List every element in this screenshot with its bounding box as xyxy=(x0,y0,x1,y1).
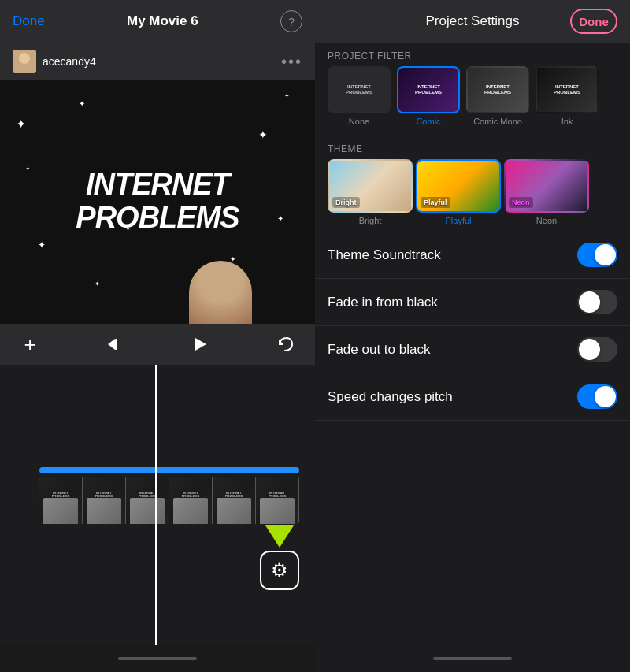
audio-track xyxy=(39,467,299,473)
user-info: acecandy4 xyxy=(13,50,96,73)
video-content: ✦ ✦ ✦ ✦ ✦ ✦ ✦ ✦ ✦ ✦ INTERNET PROBLEMS xyxy=(0,80,315,324)
person-silhouette xyxy=(189,261,252,324)
right-done-button[interactable]: Done xyxy=(570,9,617,34)
filmstrip-frame: INTERNETPROBLEMS xyxy=(83,477,126,524)
home-indicator xyxy=(118,657,197,660)
right-title: Project Settings xyxy=(425,13,519,29)
theme-item-playful[interactable]: Playful Playful xyxy=(416,159,501,232)
toggle-knob xyxy=(595,244,616,265)
settings-list: Theme Soundtrack Fade in from black Fade… xyxy=(315,232,630,645)
home-indicator xyxy=(433,657,512,660)
svg-point-1 xyxy=(19,53,30,64)
fade-out-toggle[interactable] xyxy=(577,337,617,362)
filter-label-comic-mono: Comic Mono xyxy=(473,117,522,126)
filter-thumb-comic-mono: INTERNETPROBLEMS xyxy=(466,66,529,113)
theme-item-neon[interactable]: Neon Neon xyxy=(504,159,589,232)
theme-thumb-playful: Playful xyxy=(416,159,501,213)
rewind-button[interactable] xyxy=(101,330,129,358)
timeline-area[interactable]: INTERNETPROBLEMS INTERNETPROBLEMS INTERN… xyxy=(0,365,315,645)
left-panel: Done My Movie 6 ? acecandy4 ••• ✦ ✦ xyxy=(0,0,315,672)
toggle-knob xyxy=(595,386,616,407)
filmstrip-frame: INTERNETPROBLEMS xyxy=(39,477,83,524)
theme-label: THEME xyxy=(315,136,630,159)
theme-preview-bright: Bright xyxy=(329,161,411,211)
settings-arrow: ⚙ xyxy=(260,525,299,590)
filter-scroll[interactable]: INTERNETPROBLEMS None INTERNETPROBLEMS C… xyxy=(315,66,630,136)
fade-out-label: Fade out to black xyxy=(328,342,430,358)
filter-label-comic: Comic xyxy=(416,117,440,126)
toggle-knob xyxy=(579,339,600,360)
left-done-button[interactable]: Done xyxy=(13,13,45,29)
help-icon: ? xyxy=(288,15,295,28)
theme-soundtrack-toggle[interactable] xyxy=(577,243,617,267)
project-filter-label: PROJECT FILTER xyxy=(315,43,630,66)
filter-thumb-none: INTERNETPROBLEMS xyxy=(328,66,391,113)
video-text-line1: INTERNET xyxy=(76,169,239,202)
undo-button[interactable] xyxy=(271,330,299,358)
theme-preview-playful: Playful xyxy=(417,161,499,211)
video-track: INTERNETPROBLEMS INTERNETPROBLEMS INTERN… xyxy=(39,477,299,524)
help-button[interactable]: ? xyxy=(280,10,302,32)
svg-marker-3 xyxy=(108,339,115,350)
settings-row-fade-in: Fade in from black xyxy=(315,279,630,326)
filter-thumb-comic: INTERNETPROBLEMS xyxy=(397,66,460,113)
theme-item-bright[interactable]: Bright Bright xyxy=(328,159,413,232)
settings-row-speed-pitch: Speed changes pitch xyxy=(315,373,630,421)
filter-item-none[interactable]: INTERNETPROBLEMS None xyxy=(328,66,391,126)
filmstrip-frame: INTERNETPROBLEMS xyxy=(126,477,169,524)
theme-soundtrack-label: Theme Soundtrack xyxy=(328,247,441,263)
filmstrip-frame: INTERNETPROBLEMS xyxy=(213,477,256,524)
right-bottom-bar xyxy=(315,645,630,672)
timeline-cursor xyxy=(155,365,157,645)
theme-preview-label-playful: Playful xyxy=(421,197,450,208)
filter-preview-comic-mono: INTERNETPROBLEMS xyxy=(468,68,528,112)
theme-preview-label-bright: Bright xyxy=(332,197,360,208)
theme-thumb-neon: Neon xyxy=(504,159,589,213)
theme-scroll[interactable]: Bright Bright Playful Playful Neon Neon xyxy=(315,159,630,232)
gear-icon: ⚙ xyxy=(271,559,288,581)
filter-item-comic[interactable]: INTERNETPROBLEMS Comic xyxy=(397,66,460,126)
filter-item-comic-mono[interactable]: INTERNETPROBLEMS Comic Mono xyxy=(466,66,529,126)
fade-in-toggle[interactable] xyxy=(577,290,617,314)
filmstrip-frame: INTERNETPROBLEMS xyxy=(256,477,299,524)
filter-label-ink: Ink xyxy=(561,117,573,126)
video-title-text: INTERNET PROBLEMS xyxy=(76,169,239,235)
filmstrip-frame: INTERNETPROBLEMS xyxy=(169,477,213,524)
left-title: My Movie 6 xyxy=(127,13,198,29)
add-clip-button[interactable]: + xyxy=(16,330,44,358)
avatar xyxy=(13,50,36,73)
filter-preview-comic: INTERNETPROBLEMS xyxy=(398,68,458,112)
filter-thumb-ink: INTERNETPROBLEMS xyxy=(536,66,598,113)
theme-label-neon: Neon xyxy=(536,216,557,232)
theme-label-playful: Playful xyxy=(445,216,471,232)
down-arrow-icon xyxy=(265,525,294,548)
theme-preview-label-neon: Neon xyxy=(509,197,533,208)
playback-controls: + xyxy=(0,324,315,365)
toggle-knob xyxy=(579,291,600,313)
left-header: Done My Movie 6 ? xyxy=(0,0,315,43)
filter-preview-ink: INTERNETPROBLEMS xyxy=(537,68,597,112)
filter-preview-none: INTERNETPROBLEMS xyxy=(329,68,389,112)
video-text-line2: PROBLEMS xyxy=(76,202,239,235)
video-preview: ✦ ✦ ✦ ✦ ✦ ✦ ✦ ✦ ✦ ✦ INTERNET PROBLEMS xyxy=(0,80,315,324)
filter-label-none: None xyxy=(349,117,369,126)
settings-row-theme-soundtrack: Theme Soundtrack xyxy=(315,232,630,279)
fade-in-label: Fade in from black xyxy=(328,295,438,310)
speed-pitch-toggle[interactable] xyxy=(577,384,617,409)
svg-marker-5 xyxy=(195,338,206,351)
more-options-button[interactable]: ••• xyxy=(281,53,302,71)
play-button[interactable] xyxy=(186,330,214,358)
right-header: Project Settings Done xyxy=(315,0,630,43)
theme-label-bright: Bright xyxy=(359,216,382,232)
filter-item-ink[interactable]: INTERNETPROBLEMS Ink xyxy=(536,66,598,126)
settings-button[interactable]: ⚙ xyxy=(260,551,299,590)
svg-rect-4 xyxy=(115,339,117,350)
theme-thumb-bright: Bright xyxy=(328,159,413,213)
theme-preview-neon: Neon xyxy=(506,161,587,211)
right-panel: Project Settings Done PROJECT FILTER INT… xyxy=(315,0,630,672)
left-bottom-bar xyxy=(0,645,315,672)
settings-row-fade-out: Fade out to black xyxy=(315,326,630,373)
user-row: acecandy4 ••• xyxy=(0,43,315,80)
username: acecandy4 xyxy=(43,55,96,68)
speed-pitch-label: Speed changes pitch xyxy=(328,389,453,405)
